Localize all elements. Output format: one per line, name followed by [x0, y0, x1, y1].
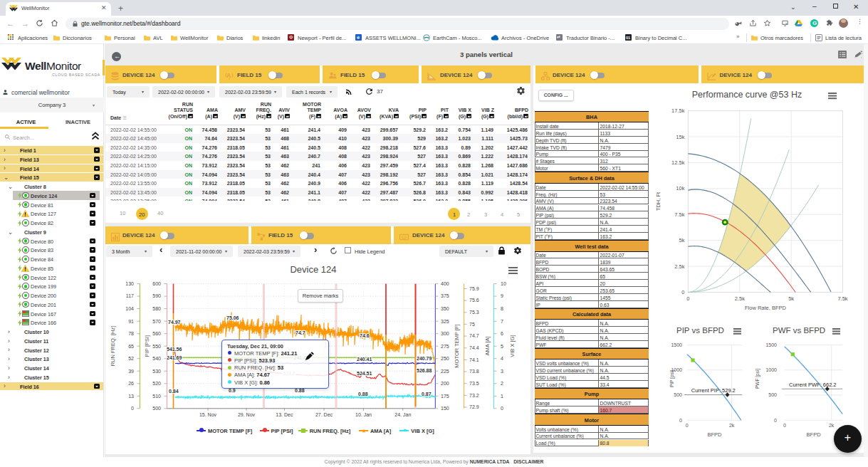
svg-text:75: 75	[469, 322, 475, 327]
svg-text:241.69: 241.69	[167, 355, 182, 360]
svg-text:8: 8	[501, 306, 503, 311]
svg-text:AMA [A]: AMA [A]	[484, 336, 491, 355]
svg-text:104: 104	[125, 306, 134, 311]
svg-text:75.9: 75.9	[469, 286, 479, 291]
svg-text:MOTOR TEMP [F]: MOTOR TEMP [F]	[454, 324, 460, 367]
svg-text:541.56: 541.56	[167, 347, 182, 352]
svg-text:73.8: 73.8	[469, 369, 479, 374]
svg-text:74.7: 74.7	[296, 330, 305, 335]
svg-text:510: 510	[152, 394, 161, 399]
svg-text:78: 78	[128, 331, 134, 336]
svg-text:65: 65	[128, 344, 134, 349]
svg-text:TDH, Ft: TDH, Ft	[655, 191, 662, 211]
svg-text:73.2: 73.2	[469, 393, 479, 398]
svg-text:550: 550	[152, 344, 161, 349]
svg-text:0: 0	[783, 423, 786, 428]
svg-text:5k: 5k	[788, 295, 794, 302]
svg-text:75.06: 75.06	[226, 315, 239, 320]
svg-text:A: A	[226, 72, 231, 79]
svg-text:590: 590	[152, 293, 161, 298]
svg-text:VIB X [G]: VIB X [G]	[509, 335, 516, 357]
svg-text:12.5k: 12.5k	[671, 159, 685, 166]
svg-text:BFPD: BFPD	[807, 431, 822, 438]
svg-text:17.5k: 17.5k	[671, 107, 685, 114]
svg-text:2k: 2k	[729, 423, 735, 428]
svg-text:15. Nov: 15. Nov	[199, 412, 217, 417]
svg-text:15k: 15k	[676, 134, 684, 140]
svg-text:2.5k: 2.5k	[735, 295, 745, 302]
svg-text:7.5k: 7.5k	[674, 211, 684, 218]
svg-text:26: 26	[128, 381, 134, 386]
svg-text:Flow Rate, BFPD: Flow Rate, BFPD	[745, 305, 787, 311]
svg-text:500: 500	[152, 406, 161, 411]
svg-text:375: 375	[441, 293, 449, 298]
svg-text:74.1: 74.1	[469, 357, 479, 362]
svg-text:0: 0	[686, 423, 689, 428]
svg-text:13. Dec: 13. Dec	[276, 412, 293, 417]
svg-text:PIP [psi]: PIP [psi]	[669, 370, 675, 387]
svg-text:5: 5	[501, 344, 503, 349]
svg-text:29. Nov: 29. Nov	[238, 412, 256, 417]
svg-text:39: 39	[128, 369, 134, 374]
svg-text:74.6: 74.6	[360, 333, 370, 338]
svg-text:520: 520	[152, 381, 161, 386]
svg-text:117: 117	[126, 293, 134, 298]
svg-text:72.9: 72.9	[469, 404, 479, 409]
svg-text:Current PWF: 662.2: Current PWF: 662.2	[789, 382, 837, 388]
svg-text:1500: 1500	[671, 342, 682, 347]
svg-text:0.9: 0.9	[229, 388, 236, 393]
svg-text:10. Jan: 10. Jan	[355, 412, 372, 417]
svg-text:0.88: 0.88	[295, 388, 305, 393]
svg-text:500: 500	[674, 392, 682, 397]
svg-text:600: 600	[152, 281, 161, 286]
svg-text:73.5: 73.5	[469, 381, 479, 386]
svg-text:Current PIP: 529.2: Current PIP: 529.2	[691, 387, 736, 394]
svg-text:570: 570	[152, 319, 161, 324]
svg-text:175: 175	[441, 394, 449, 399]
svg-text:RUN FREQ. [Hz]: RUN FREQ. [Hz]	[110, 326, 116, 367]
svg-text:0.88: 0.88	[358, 392, 368, 397]
svg-text:250: 250	[441, 356, 449, 361]
svg-text:225: 225	[441, 369, 449, 374]
svg-text:1500: 1500	[765, 342, 777, 347]
svg-text:91: 91	[128, 319, 134, 324]
svg-text:75.3: 75.3	[469, 310, 479, 315]
svg-text:350: 350	[441, 306, 449, 311]
svg-text:0: 0	[679, 418, 682, 423]
svg-text:10: 10	[501, 281, 506, 286]
svg-text:1000: 1000	[765, 367, 777, 372]
svg-text:325: 325	[441, 319, 449, 324]
svg-text:275: 275	[441, 344, 449, 349]
svg-text:7.5k: 7.5k	[837, 295, 847, 302]
svg-text:0: 0	[131, 406, 134, 411]
svg-text:150: 150	[441, 406, 449, 411]
svg-text:PIP [PSI]: PIP [PSI]	[144, 335, 150, 357]
svg-text:5k: 5k	[679, 237, 684, 243]
svg-text:13: 13	[128, 394, 134, 399]
svg-text:27. Dec: 27. Dec	[315, 412, 333, 417]
svg-text:400: 400	[441, 281, 449, 286]
svg-text:74.4: 74.4	[469, 345, 479, 350]
svg-text:75.6: 75.6	[469, 298, 479, 303]
svg-text:7: 7	[501, 319, 503, 324]
svg-text:526.88: 526.88	[417, 368, 432, 373]
svg-text:52: 52	[128, 356, 134, 361]
svg-text:0: 0	[686, 295, 689, 302]
svg-text:200: 200	[441, 381, 449, 386]
svg-text:0.87: 0.87	[422, 392, 432, 397]
svg-text:240.41: 240.41	[357, 357, 372, 362]
svg-text:74.7: 74.7	[469, 333, 479, 338]
svg-text:0: 0	[774, 418, 777, 423]
svg-text:0.84: 0.84	[169, 389, 179, 394]
svg-text:0: 0	[501, 406, 503, 411]
svg-text:0: 0	[681, 289, 684, 295]
svg-text:10k: 10k	[676, 185, 684, 191]
svg-text:3: 3	[501, 369, 503, 374]
svg-text:240.79: 240.79	[417, 356, 432, 361]
svg-text:130: 130	[125, 281, 134, 286]
svg-text:524.51: 524.51	[357, 371, 372, 376]
svg-text:BFPD: BFPD	[708, 431, 723, 438]
svg-text:9: 9	[501, 293, 503, 298]
svg-text:2k: 2k	[829, 423, 835, 428]
svg-text:4: 4	[501, 356, 503, 361]
